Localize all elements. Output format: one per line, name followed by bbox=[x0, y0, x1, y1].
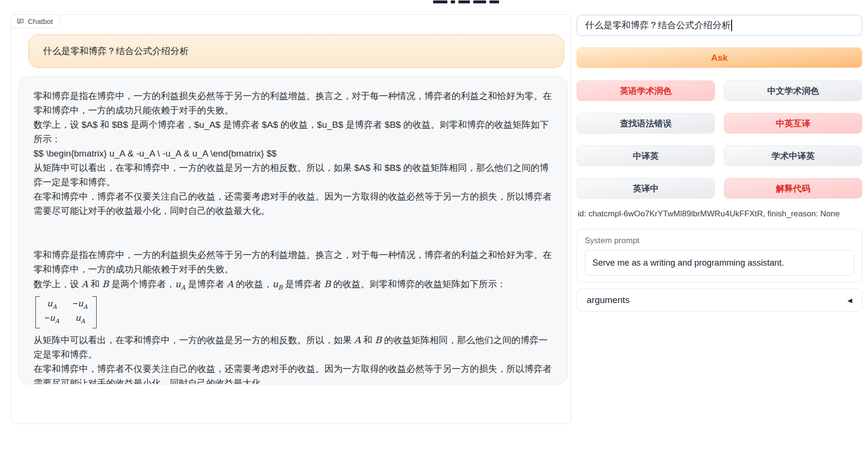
bot-latex-source-line: $$ \begin{bmatrix} u_A & -u_A \ -u_A & u… bbox=[33, 146, 553, 161]
rendered-matrix: uA−uA−uAuA bbox=[35, 296, 97, 328]
clipped-title-fragment bbox=[433, 0, 447, 3]
action-button-academic-zh-to-en[interactable]: 学术中译英 bbox=[724, 146, 862, 166]
bot-paragraph-rendered-math: 从矩阵中可以看出，在零和博弈中，一方的收益是另一方的相反数。所以，如果 A 和 … bbox=[33, 333, 553, 362]
bot-paragraph-rendered-math: 数学上，设 A 和 B 是两个博弈者，uA 是博弈者 A 的收益，uB 是博弈者… bbox=[33, 277, 553, 295]
clipped-page-title bbox=[433, 0, 499, 3]
ask-button[interactable]: Ask bbox=[577, 47, 862, 68]
action-button-zh-en-mutual-translate[interactable]: 中英互译 bbox=[724, 113, 862, 134]
clipped-title-fragment bbox=[458, 0, 470, 3]
arguments-accordion[interactable]: arguments ◀ bbox=[577, 289, 862, 312]
action-button-chinese-academic-polish[interactable]: 中文学术润色 bbox=[724, 80, 862, 101]
clipped-title-fragment bbox=[490, 0, 499, 3]
chatbot-label-text: Chatbot bbox=[28, 17, 53, 25]
control-panel: 什么是零和博弈？结合公式介绍分析 Ask 英语学术润色中文学术润色查找语法错误中… bbox=[577, 15, 862, 350]
clipped-title-fragment bbox=[451, 0, 455, 3]
text-caret bbox=[731, 20, 732, 31]
completion-status-line: id: chatcmpl-6wOo7KrYTwMl89lbrMWRu4UkFFX… bbox=[578, 209, 840, 219]
chat-bubble-icon bbox=[16, 17, 24, 25]
bot-message-bubble: 零和博弈是指在博弈中，一方的利益损失必然等于另一方的利益增益。换言之，对于每一种… bbox=[19, 76, 568, 384]
user-message-bubble: 什么是零和博弈？结合公式介绍分析 bbox=[28, 34, 564, 68]
matrix-right-bracket bbox=[92, 296, 97, 328]
action-button-find-grammar-errors[interactable]: 查找语法错误 bbox=[577, 113, 715, 134]
action-button-english-academic-polish[interactable]: 英语学术润色 bbox=[577, 80, 715, 101]
question-input-value: 什么是零和博弈？结合公式介绍分析 bbox=[585, 19, 731, 32]
matrix-cells: uA−uA−uAuA bbox=[40, 296, 92, 328]
system-prompt-group: System prompt Serve me as a writing and … bbox=[577, 229, 862, 282]
chatbot-label: Chatbot bbox=[11, 14, 60, 28]
system-prompt-input[interactable]: Serve me as a writing and programming as… bbox=[585, 250, 854, 276]
question-input[interactable]: 什么是零和博弈？结合公式介绍分析 bbox=[577, 15, 862, 36]
action-button-grid: 英语学术润色中文学术润色查找语法错误中英互译中译英学术中译英英译中解释代码 bbox=[577, 80, 862, 199]
matrix-left-bracket bbox=[35, 296, 40, 328]
chatbot-panel: Chatbot 什么是零和博弈？结合公式介绍分析 零和博弈是指在博弈中，一方的利… bbox=[11, 14, 571, 424]
bot-paragraph-raw: 零和博弈是指在博弈中，一方的利益损失必然等于另一方的利益增益。换言之，对于每一种… bbox=[33, 89, 553, 118]
user-message-text: 什么是零和博弈？结合公式介绍分析 bbox=[43, 45, 189, 57]
action-button-zh-to-en[interactable]: 中译英 bbox=[577, 146, 715, 166]
action-button-explain-code[interactable]: 解释代码 bbox=[724, 178, 862, 199]
clipped-title-fragment bbox=[473, 0, 486, 3]
bot-paragraph-rendered: 在零和博弈中，博弈者不仅要关注自己的收益，还需要考虑对手的收益。因为一方取得的收… bbox=[33, 362, 553, 384]
bot-paragraph-rendered: 零和博弈是指在博弈中，一方的利益损失必然等于另一方的利益增益。换言之，对于每一种… bbox=[33, 248, 553, 277]
action-button-en-to-zh[interactable]: 英译中 bbox=[577, 178, 715, 199]
system-prompt-value: Serve me as a writing and programming as… bbox=[592, 258, 784, 268]
arguments-accordion-label: arguments bbox=[587, 295, 630, 305]
bot-paragraph-raw: 在零和博弈中，博弈者不仅要关注自己的收益，还需要考虑对手的收益。因为一方取得的收… bbox=[33, 190, 553, 218]
system-prompt-label: System prompt bbox=[585, 236, 854, 246]
bot-paragraph-raw: 从矩阵中可以看出，在零和博弈中，一方的收益是另一方的相反数。所以，如果 $A$ … bbox=[33, 161, 553, 190]
paragraph-gap bbox=[33, 218, 553, 248]
accordion-collapsed-arrow-icon: ◀ bbox=[847, 297, 852, 304]
bot-paragraph-raw: 数学上，设 $A$ 和 $B$ 是两个博弈者，$u_A$ 是博弈者 $A$ 的收… bbox=[33, 118, 553, 146]
